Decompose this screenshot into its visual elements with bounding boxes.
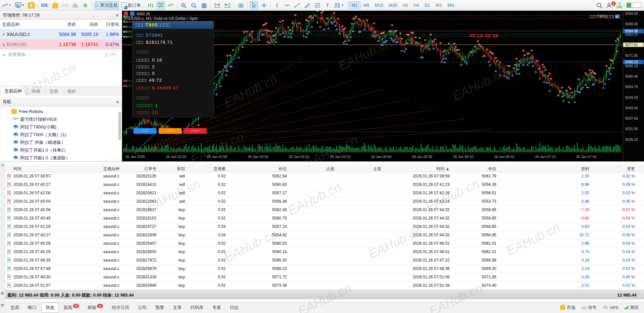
market-watch-tab-1[interactable]: 详细 — [27, 87, 44, 96]
shapes-tool-button[interactable]: ▼ — [333, 1, 345, 10]
algo-trading-button[interactable]: ▷ 算法交易 — [94, 1, 119, 10]
add-icon[interactable]: ⊕ — [1, 291, 4, 296]
bottom-tab-0[interactable]: 交易 — [6, 303, 23, 312]
one-click-trading-icon[interactable] — [130, 11, 135, 16]
channel-tool-button[interactable] — [303, 1, 312, 10]
timeframe-m15[interactable]: M15 — [372, 2, 386, 9]
col-ask[interactable]: 买价 — [78, 20, 100, 29]
timeframe-m1[interactable]: M1 — [348, 1, 361, 9]
bottom-tab-9[interactable]: 代码库 — [186, 303, 207, 312]
bottom-tab-5[interactable]: 经济日历 — [108, 303, 133, 312]
bottom-tab-11[interactable]: 日志 — [226, 303, 242, 312]
navigator-item-1[interactable]: 盈亏统计指标V818 — [0, 115, 122, 123]
ea-action-button-0[interactable]: □□□ — [134, 128, 156, 134]
copytrade-button[interactable]: ⊕ — [81, 1, 90, 10]
chart-window[interactable]: 5094.605088.905083.205071.805066.105060.… — [122, 11, 644, 161]
ide-button[interactable]: IDE — [40, 1, 49, 10]
bottom-tab-2[interactable]: 历史 — [41, 303, 59, 313]
market-watch-close-icon[interactable]: ✕ — [115, 13, 119, 18]
new-order-button[interactable]: + 新订单 — [120, 1, 142, 10]
timeframe-m30[interactable]: M30 — [386, 2, 400, 9]
market-store-button[interactable] — [51, 1, 60, 10]
expander-icon[interactable]: › — [7, 110, 10, 114]
history-row-9[interactable]: 2026.01.26 07:45:29xauusd.c332826500buy0… — [5, 248, 644, 256]
timeframe-d1[interactable]: D1 — [422, 2, 433, 9]
hline-tool-button[interactable] — [283, 1, 292, 10]
bottom-tab-10[interactable]: 专家 — [208, 303, 225, 312]
status-signal[interactable]: ((o))信号 — [581, 305, 597, 311]
ea-action-button-2[interactable]: □□□□ — [184, 128, 207, 134]
timeframe-w1[interactable]: W1 — [433, 2, 445, 9]
navigator-item-5[interactable]: 阿拉丁共振1.0（挂单2） — [0, 146, 122, 154]
history-col-9[interactable]: 价位 — [452, 166, 496, 172]
text-tool-button[interactable]: T — [323, 1, 332, 10]
history-row-8[interactable]: 2026.01.26 07:45:09xauusd.c332825407buy0… — [5, 239, 644, 248]
history-col-4[interactable]: 交易量 — [187, 166, 226, 172]
signals-button[interactable]: ((o)) — [61, 1, 70, 10]
history-col-10[interactable]: 盈利 — [502, 166, 589, 172]
history-row-12[interactable]: 2026.01.26 07:49:30xauusd.c332831326buy0… — [5, 273, 644, 281]
vps-button[interactable] — [71, 1, 80, 10]
history-row-11[interactable]: 2026.01.26 07:47:46xauusd.c332829879buy0… — [5, 265, 644, 273]
market-watch-add-row[interactable]: + 点击添加... — [0, 49, 122, 60]
history-col-7[interactable]: 止盈 — [337, 166, 381, 172]
bottom-tab-8[interactable]: 文章 — [169, 303, 186, 312]
navigator-item-0[interactable]: ›Free Robots — [0, 108, 122, 115]
zoom-in-button[interactable] — [180, 1, 188, 10]
history-row-7[interactable]: 2026.01.26 07:43:27xauusd.c332822839buy0… — [5, 231, 644, 239]
ea-action-button-1[interactable]: □□□ — [159, 128, 182, 134]
history-row-3[interactable]: 2026.01.26 07:43:04xauusd.c332822083sell… — [5, 197, 644, 206]
depth-of-market-icon[interactable] — [124, 11, 128, 16]
market-watch-tab-0[interactable]: 交易品种 — [0, 86, 26, 96]
cursor-tool-button[interactable] — [250, 1, 258, 10]
timeframe-m5[interactable]: M5 — [361, 2, 372, 9]
market-watch-row-EURUSD[interactable]: ↘EURUSD1.187381.187410.37% — [0, 39, 122, 49]
bottom-tab-4[interactable]: 邮箱11 — [84, 303, 107, 312]
navigator-item-4[interactable]: 阿拉丁·共振（稳进版） — [0, 139, 122, 146]
col-change[interactable]: 日变化 — [100, 20, 121, 29]
navigator-close-icon[interactable]: ✕ — [116, 100, 119, 105]
timeframe-mn[interactable]: MN — [445, 2, 457, 9]
history-col-6[interactable]: 止损 — [290, 166, 334, 172]
navigator-item-3[interactable]: 阿拉丁T800（大顺）(1) — [0, 131, 122, 139]
status-test[interactable]: 测试 — [624, 305, 639, 311]
col-bid[interactable]: 卖价 — [50, 20, 78, 29]
history-row-2[interactable]: 2026.01.26 07:42:08xauusd.c332820621sell… — [5, 189, 644, 197]
zoom-out-button[interactable] — [190, 1, 198, 10]
toolbox-close-icon[interactable]: ✕ — [0, 161, 5, 168]
history-row-10[interactable]: 2026.01.26 07:46:39xauusd.c332827872buy0… — [5, 256, 644, 265]
bottom-tab-7[interactable]: 预警 — [151, 303, 168, 312]
history-col-11[interactable]: 变更 — [592, 166, 635, 172]
history-row-4[interactable]: 2026.01.26 07:40:06xauusd.c332816617buy0… — [5, 206, 644, 214]
market-watch-tab-3[interactable]: 报价 — [63, 87, 80, 96]
notifications-button[interactable]: 1 — [605, 1, 614, 10]
history-row-13[interactable]: 2026.01.26 07:51:57xauusd.c332833945buy0… — [5, 281, 644, 290]
history-row-1[interactable]: 2026.01.26 07:40:27xauusd.c332818410sell… — [5, 181, 644, 189]
line-chart-button[interactable] — [166, 1, 175, 10]
tools-icon[interactable]: ⚒ — [1, 303, 4, 308]
shift-back-button[interactable] — [223, 1, 232, 10]
status-market[interactable]: 市场 — [560, 305, 575, 311]
profiles-button[interactable]: ▼ — [14, 1, 26, 10]
history-col-8[interactable]: 时间 ▲ — [384, 166, 450, 172]
bottom-tab-6[interactable]: 公司 — [134, 303, 151, 312]
level-button[interactable]: ⇧LVL — [615, 1, 624, 10]
screenshot-button[interactable] — [236, 1, 245, 10]
status-vps[interactable]: VPS — [603, 305, 618, 310]
shift-end-button[interactable] — [213, 1, 222, 10]
timeframe-h4[interactable]: H4 — [411, 2, 422, 9]
history-col-5[interactable]: 价位 — [228, 166, 287, 172]
bars-chart-button[interactable] — [146, 1, 155, 10]
trendline-tool-button[interactable] — [293, 1, 302, 10]
timeframe-h1[interactable]: H1 — [400, 2, 411, 9]
market-watch-tab-2[interactable]: 交易 — [45, 87, 62, 96]
vline-tool-button[interactable] — [273, 1, 281, 10]
ea-info-panel[interactable]: □□□T800□□□□ □□: 572841□□: $161178.71□□□□… — [132, 21, 214, 117]
col-symbol[interactable]: 交易品种 — [0, 22, 50, 28]
search-button[interactable] — [595, 1, 604, 10]
bottom-tab-3[interactable]: 新闻99 — [60, 303, 83, 312]
market-watch-row-XAUUSD.c[interactable]: ↗XAUUSD.c5084.985085.181.98% — [0, 29, 122, 39]
history-col-2[interactable]: 订单号 — [121, 166, 156, 172]
candles-chart-button[interactable] — [156, 1, 165, 10]
deposit-button[interactable]: $ — [27, 1, 36, 10]
